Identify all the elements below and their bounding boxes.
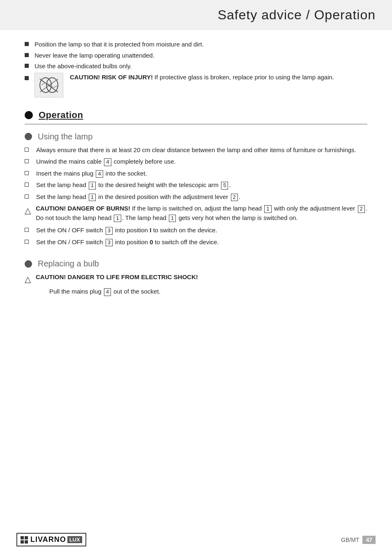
caution-burns-item: △ CAUTION! DANGER OF BURNS! If the lamp …	[25, 204, 367, 222]
list-item: Set the ON / OFF switch 3 into position …	[25, 226, 367, 235]
grid-cell-4	[25, 540, 28, 544]
badge-2a: 2	[231, 194, 238, 201]
badge-4b: 4	[96, 170, 103, 178]
position-0: 0	[150, 238, 153, 245]
main-content: Position the lamp so that it is protecte…	[0, 30, 392, 528]
position-I: I	[150, 227, 151, 234]
section-divider	[25, 124, 367, 125]
badge-5: 5	[221, 182, 228, 190]
caution-injury-box: CAUTION! RISK OF INJURY! If protective g…	[35, 73, 334, 97]
using-lamp-title: Using the lamp	[25, 132, 367, 141]
list-item: Set the lamp head 1 to the desired heigh…	[25, 180, 367, 190]
list-item: Use the above-indicated bulbs only.	[25, 62, 367, 71]
safety-list: Position the lamp so that it is protecte…	[25, 40, 367, 97]
logo-livarno-text: LIVARNO	[30, 535, 66, 544]
logo: LIVARNO LUX	[16, 533, 86, 546]
safety-text-1: Position the lamp so that it is protecte…	[35, 40, 204, 49]
badge-1a: 1	[89, 182, 96, 190]
replacing-bulb-title: Replacing a bulb	[25, 259, 367, 268]
caution-shock-text: CAUTION! DANGER TO LIFE FROM ELECTRIC SH…	[36, 273, 198, 282]
warning-triangle-icon-2: △	[25, 273, 31, 285]
section-dot	[25, 111, 33, 119]
badge-1e: 1	[169, 215, 176, 222]
sq-bullet-icon	[25, 148, 29, 152]
list-item: Set the lamp head 1 in the desired posit…	[25, 192, 367, 202]
lamp-item-1: Always ensure that there is at least 20 …	[36, 146, 356, 155]
sq-bullet-icon	[25, 183, 29, 187]
switch-list: Set the ON / OFF switch 3 into position …	[25, 226, 367, 247]
lamp-item-3: Insert the mains plug 4 into the socket.	[36, 169, 147, 178]
page: Safety advice / Operation Position the l…	[0, 0, 392, 553]
grid-cell-2	[25, 536, 28, 539]
caution-injury-text: CAUTION! RISK OF INJURY! If protective g…	[70, 73, 334, 82]
badge-4a: 4	[104, 158, 111, 166]
sq-bullet-icon	[25, 171, 29, 175]
bullet-icon	[25, 53, 29, 57]
badge-3a: 3	[106, 227, 113, 235]
sq-bullet-icon	[25, 228, 29, 232]
switch-on-text: Set the ON / OFF switch 3 into position …	[36, 226, 217, 235]
caution-svg	[37, 75, 60, 95]
page-info: GB/MT 47	[341, 536, 376, 544]
grid-cell-1	[21, 536, 24, 539]
badge-3b: 3	[106, 239, 113, 247]
subsection-dot	[25, 133, 32, 140]
caution-injury-item: CAUTION! RISK OF INJURY! If protective g…	[25, 73, 367, 97]
bullet-icon	[25, 76, 29, 80]
operation-heading: Operation	[39, 110, 83, 120]
badge-1d: 1	[114, 215, 121, 222]
grid-cell-3	[21, 540, 24, 544]
lamp-item-4: Set the lamp head 1 to the desired heigh…	[36, 180, 231, 190]
list-item: Set the ON / OFF switch 3 into position …	[25, 238, 367, 247]
badge-2b: 2	[358, 205, 365, 213]
list-item: Position the lamp so that it is protecte…	[25, 40, 367, 49]
caution-burns-bold: CAUTION! DANGER OF BURNS!	[36, 205, 130, 212]
page-number: 47	[362, 536, 376, 544]
badge-4c: 4	[104, 288, 111, 296]
using-lamp-list: Always ensure that there is at least 20 …	[25, 146, 367, 202]
badge-1c: 1	[264, 205, 271, 213]
safety-text-2: Never leave the lamp operating unattende…	[35, 51, 154, 60]
page-title: Safety advice / Operation	[16, 7, 376, 23]
caution-injury-detail: If protective glass is broken, replace p…	[153, 74, 334, 81]
caution-shock-detail: Pull the mains plug 4 out of the socket.	[25, 287, 367, 296]
list-item: Never leave the lamp operating unattende…	[25, 51, 367, 60]
list-item: Insert the mains plug 4 into the socket.	[25, 169, 367, 178]
page-footer: LIVARNO LUX GB/MT 47	[0, 528, 392, 553]
list-item: Unwind the mains cable 4 completely befo…	[25, 157, 367, 167]
caution-shock-item: △ CAUTION! DANGER TO LIFE FROM ELECTRIC …	[25, 273, 367, 285]
badge-1b: 1	[89, 194, 96, 201]
operation-section-title: Operation	[25, 110, 367, 120]
bullet-icon	[25, 42, 29, 46]
locale-text: GB/MT	[341, 537, 359, 543]
warning-triangle-icon: △	[25, 204, 31, 217]
caution-shock-bold: CAUTION! DANGER TO LIFE FROM ELECTRIC SH…	[36, 273, 198, 280]
logo-grid-icon	[21, 536, 28, 544]
lamp-item-2: Unwind the mains cable 4 completely befo…	[36, 157, 176, 167]
list-item: Always ensure that there is at least 20 …	[25, 146, 367, 155]
caution-injury-bold: CAUTION! RISK OF INJURY!	[70, 74, 153, 81]
sq-bullet-icon	[25, 194, 29, 199]
replacing-bulb-heading: Replacing a bulb	[38, 259, 99, 268]
using-lamp-heading: Using the lamp	[38, 132, 92, 141]
switch-off-text: Set the ON / OFF switch 3 into position …	[36, 238, 219, 247]
bullet-icon	[25, 64, 29, 68]
subsection-dot-2	[25, 260, 32, 268]
caution-icon	[35, 73, 63, 97]
safety-text-3: Use the above-indicated bulbs only.	[35, 62, 132, 71]
logo-lux-text: LUX	[67, 536, 82, 543]
lamp-item-5: Set the lamp head 1 in the desired posit…	[36, 192, 240, 202]
caution-burns-text: CAUTION! DANGER OF BURNS! If the lamp is…	[36, 204, 367, 222]
sq-bullet-icon	[25, 240, 29, 244]
page-header: Safety advice / Operation	[0, 0, 392, 30]
sq-bullet-icon	[25, 159, 29, 163]
